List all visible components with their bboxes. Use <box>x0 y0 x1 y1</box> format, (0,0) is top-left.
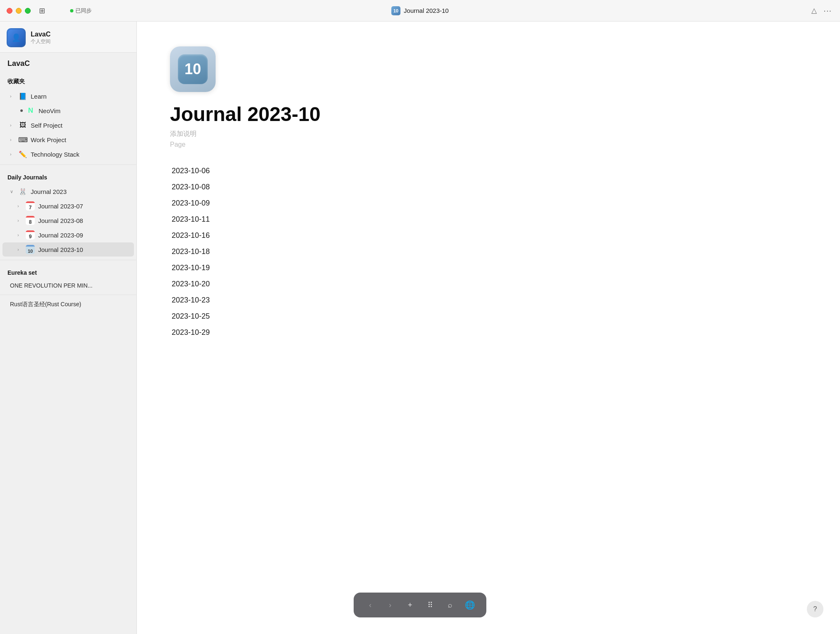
bottom-toolbar: ‹ › + ⠿ ⌕ 🌐 <box>354 593 486 617</box>
chevron-right-icon: › <box>17 247 24 252</box>
journal-entry[interactable]: 2023-10-08 <box>170 179 807 195</box>
doc-num-badge: 10 <box>178 54 208 84</box>
sidebar-item-label: Self Project <box>31 122 63 129</box>
journal-entry[interactable]: 2023-10-29 <box>170 325 807 340</box>
chevron-right-icon: › <box>10 152 17 157</box>
doc-header-icon: 10 <box>170 46 216 92</box>
add-button[interactable]: + <box>402 597 418 613</box>
sidebar-item-journal-2023-08[interactable]: › ⠀8 Journal 2023-08 <box>2 213 134 227</box>
sidebar-item-label: Journal 2023-10 <box>38 246 83 253</box>
avatar-image: 👤 <box>8 29 24 46</box>
journals-header: Daily Journals <box>0 168 136 184</box>
self-project-icon: 🖼 <box>18 121 27 130</box>
avatar: 👤 <box>7 28 26 47</box>
sidebar: 👤 LavaC 个人空间 LavaC 收藏夹 › 📘 Learn N NeoVi… <box>0 22 137 634</box>
chevron-right-icon: › <box>10 94 17 99</box>
journal-entry[interactable]: 2023-10-09 <box>170 196 807 211</box>
journal-08-icon: ⠀8 <box>26 216 35 225</box>
profile-name: LavaC <box>31 31 51 38</box>
sidebar-item-label: Journal 2023-09 <box>38 232 83 239</box>
sidebar-divider-3 <box>0 295 136 295</box>
journal-entry[interactable]: 2023-10-11 <box>170 212 807 227</box>
eureka-item-label-2: Rust语言圣经(Rust Course) <box>10 301 81 308</box>
sidebar-item-technology-stack[interactable]: › ✏️ Technology Stack <box>2 147 134 161</box>
journal-09-icon: ⠀9 <box>26 230 35 240</box>
sidebar-item-rust-course[interactable]: Rust语言圣经(Rust Course) <box>2 298 134 311</box>
share-icon[interactable]: △ <box>811 6 817 15</box>
bullet-dot-icon <box>20 109 23 112</box>
sidebar-item-label: Learn <box>31 93 46 100</box>
favorites-header: 收藏夹 <box>0 72 136 89</box>
chevron-right-icon: › <box>17 218 24 223</box>
sidebar-item-work-project[interactable]: › ⌨ Work Project <box>2 133 134 147</box>
learn-icon: 📘 <box>18 92 27 101</box>
back-button[interactable]: ‹ <box>362 597 379 613</box>
doc-description[interactable]: 添加说明 <box>170 130 807 138</box>
maximize-button[interactable] <box>25 8 31 14</box>
eureka-header: Eureka set <box>0 264 136 279</box>
traffic-lights <box>7 8 31 14</box>
doc-type: Page <box>170 141 807 148</box>
sync-status: 已同步 <box>70 7 92 15</box>
titlebar-doc-icon: 10 <box>391 6 401 15</box>
grid-button[interactable]: ⠿ <box>422 597 438 613</box>
journal-entry[interactable]: 2023-10-23 <box>170 293 807 308</box>
journal-entry[interactable]: 2023-10-19 <box>170 260 807 276</box>
journal-entry[interactable]: 2023-10-20 <box>170 276 807 292</box>
journal-07-icon: ⠀7 <box>26 201 35 211</box>
sidebar-toggle-button[interactable]: ⊞ <box>39 6 45 15</box>
sidebar-item-self-project[interactable]: › 🖼 Self Project <box>2 118 134 132</box>
main-content: 10 Journal 2023-10 添加说明 Page 2023-10-062… <box>137 22 840 634</box>
close-button[interactable] <box>7 8 12 14</box>
sidebar-divider <box>0 165 136 165</box>
sidebar-item-label: Work Project <box>31 136 66 143</box>
work-project-icon: ⌨ <box>18 135 27 144</box>
sidebar-item-label: NeoVim <box>39 107 61 114</box>
chevron-right-icon: › <box>10 137 17 142</box>
journal-entry[interactable]: 2023-10-18 <box>170 244 807 259</box>
sidebar-item-label: Technology Stack <box>31 151 80 158</box>
sidebar-item-label: Journal 2023-08 <box>38 217 83 224</box>
chevron-right-icon: › <box>10 123 17 128</box>
journal-10-icon: ⠀10 <box>26 245 35 254</box>
chevron-right-icon: › <box>17 232 24 237</box>
sidebar-item-label: Journal 2023-07 <box>38 203 83 210</box>
journal-entries-list: 2023-10-062023-10-082023-10-092023-10-11… <box>170 163 807 340</box>
neovim-icon: N <box>26 106 35 115</box>
help-button[interactable]: ? <box>807 601 823 617</box>
sidebar-item-journal-2023-07[interactable]: › ⠀7 Journal 2023-07 <box>2 199 134 213</box>
journal-entry[interactable]: 2023-10-06 <box>170 163 807 179</box>
app-body: 👤 LavaC 个人空间 LavaC 收藏夹 › 📘 Learn N NeoVi… <box>0 22 840 634</box>
titlebar-actions: △ ··· <box>811 6 832 15</box>
titlebar: ⊞ 已同步 10 Journal 2023-10 △ ··· <box>0 0 840 22</box>
chevron-right-icon: › <box>17 203 24 208</box>
technology-stack-icon: ✏️ <box>18 150 27 159</box>
avatar-button[interactable]: 🌐 <box>461 597 478 613</box>
profile-subtitle: 个人空间 <box>31 38 51 45</box>
more-options-icon[interactable]: ··· <box>823 6 832 15</box>
minimize-button[interactable] <box>16 8 22 14</box>
sidebar-item-one-revolution[interactable]: ONE REVOLUTION PER MIN... <box>2 280 134 291</box>
journal-entry[interactable]: 2023-10-25 <box>170 309 807 324</box>
sidebar-item-label: Journal 2023 <box>31 188 67 195</box>
doc-title: Journal 2023-10 <box>170 104 807 126</box>
sidebar-item-journal-2023[interactable]: ∨ 🐰 Journal 2023 <box>2 184 134 198</box>
journal-2023-icon: 🐰 <box>18 187 27 196</box>
chevron-down-icon: ∨ <box>10 189 17 194</box>
journal-entry[interactable]: 2023-10-16 <box>170 228 807 243</box>
forward-button[interactable]: › <box>382 597 398 613</box>
titlebar-doc-title: 10 Journal 2023-10 <box>391 6 449 15</box>
search-button[interactable]: ⌕ <box>442 597 458 613</box>
sidebar-divider-2 <box>0 260 136 260</box>
sidebar-item-neovim[interactable]: N NeoVim <box>2 104 134 118</box>
sidebar-item-journal-2023-10[interactable]: › ⠀10 Journal 2023-10 <box>2 242 134 257</box>
eureka-item-label: ONE REVOLUTION PER MIN... <box>10 282 92 289</box>
workspace-name: LavaC <box>0 53 136 72</box>
profile-info: LavaC 个人空间 <box>31 31 51 45</box>
sidebar-item-journal-2023-09[interactable]: › ⠀9 Journal 2023-09 <box>2 228 134 242</box>
sidebar-item-learn[interactable]: › 📘 Learn <box>2 89 134 103</box>
sync-dot-icon <box>70 9 73 12</box>
profile-section[interactable]: 👤 LavaC 个人空间 <box>0 22 136 53</box>
